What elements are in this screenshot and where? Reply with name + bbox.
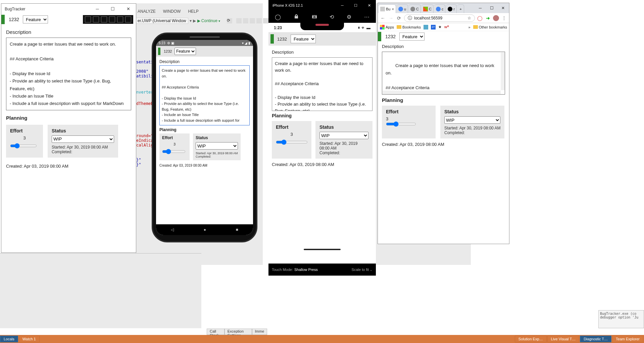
overflow-icon[interactable]: » bbox=[468, 25, 470, 29]
vs-tab[interactable]: Team Explorer bbox=[612, 336, 643, 342]
chrome-tab[interactable]: Bu× bbox=[379, 4, 396, 13]
effort-slider[interactable] bbox=[10, 143, 37, 149]
chrome-tab[interactable]: u bbox=[397, 4, 408, 13]
android-back-icon[interactable]: ◁ bbox=[171, 227, 174, 232]
bookmark-item[interactable]: 27 bbox=[431, 25, 436, 30]
vs-tool-icon[interactable] bbox=[250, 18, 255, 23]
status-select[interactable]: WIP bbox=[319, 132, 368, 139]
bookmark-item[interactable]: wᴿ bbox=[444, 25, 449, 29]
vs-tab[interactable]: Exception Settings bbox=[225, 329, 252, 335]
vs-tab[interactable]: Diagnostic T… bbox=[580, 336, 611, 342]
description-textarea[interactable]: Create a page to enter Issues that we ne… bbox=[382, 52, 505, 95]
issue-type-select[interactable]: Feature bbox=[175, 48, 196, 55]
issue-type-select[interactable]: Feature bbox=[291, 35, 316, 43]
vs-continue-button[interactable]: ▶Continue▾ bbox=[197, 18, 220, 23]
description-textarea[interactable]: Create a page to enter Issues that we ne… bbox=[272, 57, 373, 111]
minimize-button[interactable]: ─ bbox=[336, 3, 349, 7]
vs-tab[interactable]: Call Stack bbox=[207, 329, 225, 335]
reload-icon[interactable]: ⟳ bbox=[396, 15, 402, 21]
issue-type-select[interactable]: Feature bbox=[399, 33, 425, 41]
vs-tool-icon[interactable] bbox=[236, 18, 242, 23]
ios-status-bar: 1:23 ▮ ᯤ ▬ bbox=[268, 23, 376, 32]
live-visual-tree-bar[interactable] bbox=[83, 15, 133, 24]
issue-type-select[interactable]: Feature bbox=[23, 15, 48, 23]
minimize-button[interactable]: ─ bbox=[90, 4, 105, 14]
lvt-icon[interactable] bbox=[101, 16, 107, 22]
vs-tab[interactable]: Live Visual T… bbox=[547, 336, 580, 342]
vs-menu-help[interactable]: HELP bbox=[188, 9, 198, 15]
chrome-tab[interactable]: c bbox=[434, 4, 446, 13]
vs-menu-window[interactable]: WINDOW bbox=[163, 9, 181, 15]
chrome-tab[interactable]: C bbox=[409, 4, 421, 13]
bookmark-item[interactable]: ★ bbox=[438, 25, 442, 29]
chrome-toolbar: ← → ⟳ ⓘlocalhost:56599☆ ◯ ➜ ⋮ bbox=[378, 13, 509, 23]
settings-icon[interactable]: ⚙ bbox=[347, 14, 351, 20]
home-icon[interactable]: ◯ bbox=[275, 14, 281, 20]
screenshot-icon[interactable]: 📷︎ bbox=[312, 14, 317, 20]
close-button[interactable]: ✕ bbox=[120, 4, 136, 14]
menu-icon[interactable]: ⋮ bbox=[501, 15, 507, 21]
vs-tab-watch[interactable]: Watch 1 bbox=[19, 336, 40, 342]
android-home-icon[interactable]: ● bbox=[204, 227, 206, 232]
completed-text: Completed: bbox=[52, 150, 114, 154]
status-select[interactable]: WIP bbox=[196, 142, 238, 150]
bookmark-folder[interactable]: Bookmarks bbox=[397, 25, 421, 29]
vs-tab-locals[interactable]: Locals bbox=[0, 336, 18, 342]
vs-refresh-icon[interactable]: ⟳ bbox=[227, 18, 232, 23]
issue-id: 1232 bbox=[9, 17, 20, 22]
minimize-button[interactable]: ─ bbox=[475, 3, 486, 13]
effort-slider[interactable] bbox=[162, 149, 186, 154]
maximize-button[interactable]: ☐ bbox=[349, 3, 362, 8]
horizontal-scrollbar[interactable] bbox=[383, 91, 501, 94]
lvt-icon[interactable] bbox=[125, 16, 131, 22]
vertical-scrollbar[interactable] bbox=[501, 52, 505, 90]
maximize-button[interactable]: ☐ bbox=[105, 4, 120, 14]
lock-icon[interactable]: 🔒︎ bbox=[294, 14, 299, 20]
rotate-icon[interactable]: ⟲ bbox=[330, 14, 334, 20]
opera-ext-icon[interactable]: ◯ bbox=[477, 15, 483, 21]
ios-title-text: iPhone X iOS 12.1 bbox=[273, 3, 303, 7]
bookmark-item[interactable] bbox=[424, 25, 428, 30]
lvt-icon[interactable] bbox=[117, 16, 123, 22]
ext-icon[interactable]: ➜ bbox=[485, 15, 491, 21]
scale-to-fit[interactable]: Scale to fit bbox=[352, 268, 369, 272]
forward-icon[interactable]: → bbox=[388, 15, 394, 21]
more-icon[interactable]: ⋯ bbox=[364, 14, 369, 20]
new-tab-button[interactable]: + bbox=[457, 4, 464, 13]
vs-tab[interactable]: Solution Exp… bbox=[515, 336, 547, 342]
vs-tool-icon[interactable] bbox=[256, 18, 262, 23]
status-card: Status WIP Started: Apr 30, 2019 08:00 A… bbox=[315, 121, 373, 159]
avatar-icon[interactable] bbox=[493, 15, 499, 21]
lvt-icon[interactable] bbox=[109, 16, 115, 22]
touch-mode-value[interactable]: Shallow Press bbox=[294, 268, 318, 272]
lvt-icon[interactable] bbox=[93, 16, 99, 22]
vs-menu-analyze[interactable]: ANALYZE bbox=[138, 9, 156, 15]
apps-button[interactable]: Apps bbox=[380, 25, 394, 30]
effort-slider[interactable] bbox=[386, 121, 416, 127]
lvt-icon[interactable] bbox=[85, 16, 91, 22]
effort-slider[interactable] bbox=[276, 139, 308, 145]
chrome-tab[interactable]: C bbox=[422, 4, 434, 13]
uwp-titlebar[interactable]: BugTracker ─ ☐ ✕ bbox=[1, 4, 136, 14]
close-button[interactable]: ✕ bbox=[362, 3, 376, 8]
chrome-tab[interactable]: r bbox=[446, 4, 457, 13]
android-recent-icon[interactable]: ■ bbox=[236, 227, 238, 232]
touch-mode-label: Touch Mode: bbox=[272, 268, 293, 272]
ios-home-indicator[interactable] bbox=[304, 249, 341, 250]
maximize-button[interactable]: ☐ bbox=[486, 3, 497, 13]
other-bookmarks[interactable]: Other bookmarks bbox=[473, 25, 507, 29]
ios-titlebar[interactable]: iPhone X iOS 12.1 ─ ☐ ✕ bbox=[268, 0, 376, 11]
close-button[interactable]: ✕ bbox=[498, 3, 508, 13]
description-textarea[interactable]: Create a page to enter Issues that we ne… bbox=[6, 38, 131, 110]
vs-startup-project[interactable]: er.UWP (Universal Window bbox=[135, 18, 188, 24]
completed-text: Completed: bbox=[444, 130, 500, 135]
url-bar[interactable]: ⓘlocalhost:56599☆ bbox=[404, 14, 475, 22]
vs-tool-icon[interactable] bbox=[243, 18, 248, 23]
description-textarea[interactable]: Create a page to enter Issues that we ne… bbox=[159, 65, 250, 125]
status-select[interactable]: WIP bbox=[52, 135, 114, 143]
status-select[interactable]: WIP bbox=[444, 116, 500, 124]
vs-tab[interactable]: Imme bbox=[252, 329, 267, 335]
vs-tool-icon[interactable] bbox=[263, 18, 268, 23]
back-icon[interactable]: ← bbox=[380, 15, 386, 21]
chrome-header: 1232 Feature bbox=[378, 31, 509, 41]
